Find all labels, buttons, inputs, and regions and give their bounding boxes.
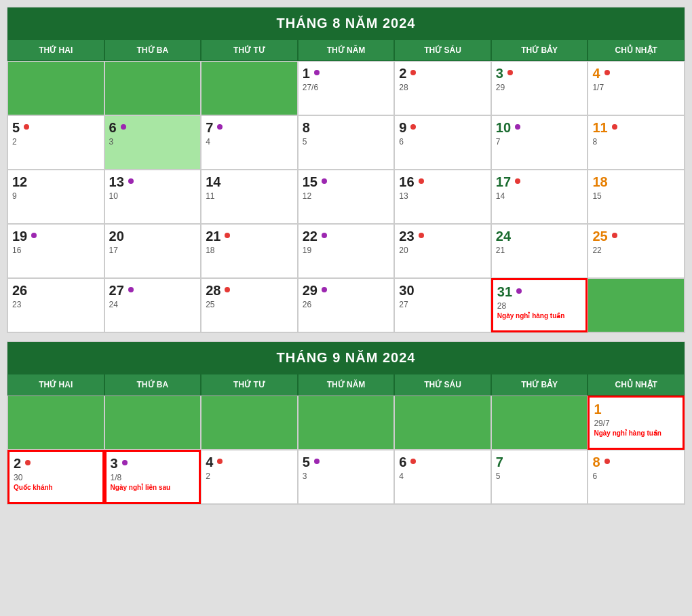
cell-sub-number: 11 bbox=[206, 191, 293, 201]
cell-dot-indicator bbox=[314, 459, 320, 464]
calendar-cell: 64 bbox=[394, 450, 491, 504]
cell-sub-number: 7 bbox=[496, 137, 583, 147]
cell-main-number: 4 bbox=[206, 455, 213, 470]
num-row: 18 bbox=[592, 174, 680, 190]
cell-main-number: 27 bbox=[109, 283, 124, 299]
calendar-cell: 53 bbox=[298, 450, 395, 504]
cell-main-number: 22 bbox=[303, 229, 318, 244]
calendar-cell: 3128Ngày nghỉ hàng tuần bbox=[491, 278, 588, 332]
cell-note: Ngày nghỉ liên sau bbox=[111, 484, 195, 491]
month-title: THÁNG 9 NĂM 2024 bbox=[7, 342, 685, 374]
day-header-3: THỨ NĂM bbox=[298, 39, 395, 61]
calendar-cell bbox=[104, 61, 201, 115]
day-header-6: CHỦ NHẬT bbox=[588, 374, 685, 396]
calendar-cell: 1613 bbox=[394, 170, 491, 224]
calendar-cell: 129/7Ngày nghỉ hàng tuần bbox=[588, 396, 685, 450]
cell-main-number: 20 bbox=[109, 229, 124, 244]
day-header-2: THỨ TƯ bbox=[201, 374, 298, 396]
cell-main-number: 11 bbox=[592, 120, 607, 136]
num-row: 30 bbox=[399, 283, 486, 299]
cell-sub-number: 20 bbox=[399, 246, 486, 255]
calendar-cell: 52 bbox=[7, 115, 104, 170]
calendar-cell: 2421 bbox=[491, 224, 588, 278]
cell-main-number: 24 bbox=[496, 229, 511, 244]
calendar-cell: 129 bbox=[7, 170, 104, 224]
cell-dot-indicator bbox=[225, 233, 230, 238]
calendar-cell: 118 bbox=[588, 115, 685, 170]
cell-main-number: 21 bbox=[206, 229, 220, 244]
cell-main-number: 23 bbox=[399, 229, 414, 244]
calendar-cell: 74 bbox=[201, 115, 298, 170]
cell-main-number: 30 bbox=[399, 283, 414, 299]
cell-dot-indicator bbox=[322, 287, 327, 292]
calendar-cell: 85 bbox=[298, 115, 395, 170]
cell-sub-number: 26 bbox=[303, 300, 390, 309]
cell-main-number: 29 bbox=[303, 283, 318, 299]
cell-main-number: 16 bbox=[399, 174, 414, 190]
cell-sub-number: 21 bbox=[496, 246, 583, 255]
num-row: 25 bbox=[592, 229, 680, 244]
day-header-5: THỨ BẢY bbox=[491, 374, 588, 396]
cell-main-number: 8 bbox=[592, 455, 600, 470]
num-row: 12 bbox=[12, 174, 100, 190]
cell-sub-number: 3 bbox=[109, 137, 197, 147]
cell-dot-indicator bbox=[604, 70, 610, 75]
cell-sub-number: 24 bbox=[109, 300, 197, 309]
num-row: 28 bbox=[206, 283, 293, 299]
calendar-cell: 2017 bbox=[104, 224, 201, 278]
calendar-cell: 2320 bbox=[394, 224, 491, 278]
cell-dot-indicator bbox=[410, 70, 416, 75]
day-header-4: THỨ SÁU bbox=[394, 39, 491, 61]
num-row: 26 bbox=[12, 283, 100, 299]
num-row: 5 bbox=[12, 120, 100, 136]
month-block-1: THÁNG 8 NĂM 2024THỨ HAITHỨ BATHỨ TƯTHỨ N… bbox=[7, 7, 685, 333]
num-row: 19 bbox=[12, 229, 100, 244]
calendar-cell: 228 bbox=[394, 61, 491, 115]
cell-main-number: 4 bbox=[592, 66, 600, 81]
calendar-cell bbox=[201, 61, 298, 115]
cell-main-number: 6 bbox=[399, 455, 406, 470]
cell-dot-indicator bbox=[410, 459, 416, 464]
num-row: 7 bbox=[206, 120, 293, 136]
cell-sub-number: 3 bbox=[303, 471, 390, 481]
num-row: 13 bbox=[109, 174, 197, 190]
cell-main-number: 2 bbox=[399, 66, 406, 81]
cell-main-number: 14 bbox=[206, 174, 220, 190]
cell-main-number: 15 bbox=[303, 174, 318, 190]
cell-sub-number: 1/7 bbox=[592, 83, 680, 92]
num-row: 10 bbox=[496, 120, 583, 136]
cell-sub-number: 2 bbox=[12, 137, 100, 147]
calendar-cell: 1411 bbox=[201, 170, 298, 224]
cell-sub-number: 28 bbox=[399, 83, 486, 92]
cell-sub-number: 9 bbox=[12, 191, 100, 201]
cell-dot-indicator bbox=[217, 124, 223, 130]
cell-dot-indicator bbox=[515, 178, 520, 184]
calendar-cell: 2926 bbox=[298, 278, 395, 332]
cell-dot-indicator bbox=[31, 233, 37, 238]
day-header-3: THỨ NĂM bbox=[298, 374, 395, 396]
cell-main-number: 1 bbox=[594, 402, 601, 417]
num-row: 2 bbox=[399, 66, 486, 81]
cell-dot-indicator bbox=[25, 460, 31, 465]
cell-main-number: 6 bbox=[109, 120, 117, 136]
num-row: 14 bbox=[206, 174, 293, 190]
cell-sub-number: 1/8 bbox=[111, 473, 195, 482]
cell-dot-indicator bbox=[225, 287, 230, 292]
cell-sub-number: 15 bbox=[592, 191, 680, 201]
cell-sub-number: 17 bbox=[109, 246, 197, 255]
num-row: 17 bbox=[496, 174, 583, 190]
calendar-cell: 107 bbox=[491, 115, 588, 170]
calendar-cell: 127/6 bbox=[298, 61, 395, 115]
day-header-0: THỨ HAI bbox=[7, 39, 104, 61]
cell-sub-number: 29/7 bbox=[594, 419, 678, 428]
cell-sub-number: 30 bbox=[14, 473, 98, 482]
cell-note: Quốc khánh bbox=[14, 484, 98, 491]
cell-sub-number: 4 bbox=[399, 471, 486, 481]
calendar-grid: 127/622832941/75263748596107118129131014… bbox=[7, 61, 685, 332]
num-row: 8 bbox=[303, 120, 390, 136]
calendar-cell: 1815 bbox=[588, 170, 685, 224]
calendar-cell: 31/8Ngày nghỉ liên sau bbox=[104, 450, 201, 504]
calendar-cell: 230Quốc khánh bbox=[7, 450, 104, 504]
cell-main-number: 2 bbox=[14, 456, 21, 471]
calendar-cell: 42 bbox=[201, 450, 298, 504]
